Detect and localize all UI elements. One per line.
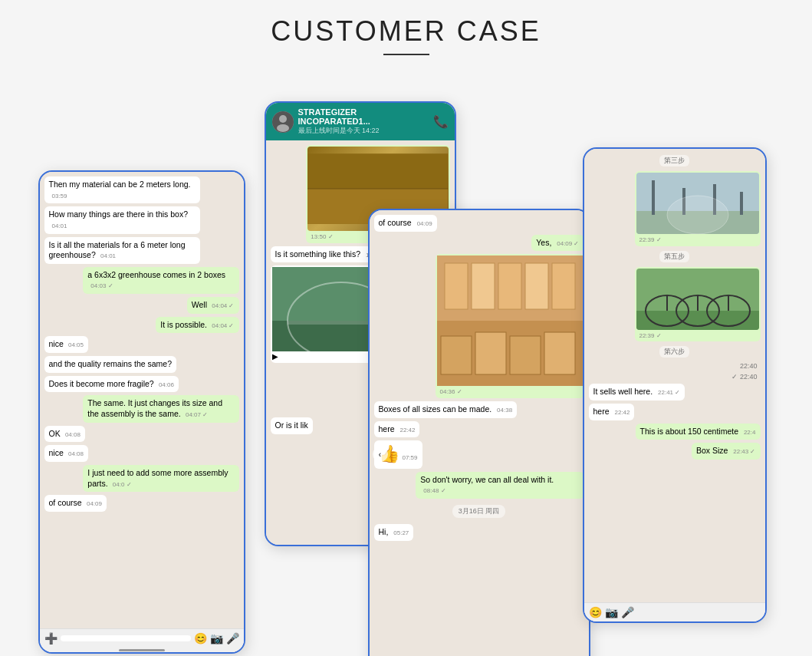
title-underline: [383, 54, 429, 55]
scroll-arrow-left[interactable]: ‹: [373, 447, 388, 462]
mic-icon[interactable]: 🎤: [226, 632, 239, 644]
cf-msg-2: Yes, 04:09 ✓: [374, 235, 584, 252]
right-img-2: 22:39 ✓: [589, 267, 761, 342]
left-msg-10: OK 04:08: [44, 426, 239, 443]
phone-right: 第三步: [583, 147, 767, 623]
svg-point-27: [667, 196, 728, 234]
right-sells-well: It sells well here. 22:41 ✓: [589, 384, 761, 401]
center-back-header: STRATEGIZER INCOPARATED1... 最后上线时间是今天 14…: [266, 103, 455, 140]
svg-rect-14: [525, 263, 548, 309]
center-back-avatar: [272, 111, 294, 133]
page-title: CUSTOMER CASE: [271, 15, 541, 48]
left-msg-7: and the quality remains the same?: [44, 356, 239, 373]
left-msg-12: I just need to add some more assembly pa…: [44, 465, 239, 492]
field-towers-image: [636, 173, 759, 234]
svg-rect-23: [652, 180, 655, 215]
phones-container: Then my material can be 2 meters long. 0…: [31, 86, 782, 638]
phone-left: Then my material can be 2 meters long. 0…: [38, 170, 245, 654]
center-front-messages: of course 04:09 Yes, 04:09 ✓: [370, 210, 589, 656]
camera-icon[interactable]: 📷: [210, 632, 223, 644]
phone-icon[interactable]: 📞: [433, 114, 449, 129]
right-img-1: 22:39 ✓: [589, 171, 761, 246]
left-msg-4: Well 04:04 ✓: [44, 297, 239, 314]
cf-msg-dont-worry: So don't worry, we can all deal with it.…: [374, 472, 584, 499]
cf-msg-1: of course 04:09: [374, 215, 584, 232]
left-msg-2: Is it all the materials for a 6 meter lo…: [44, 237, 239, 264]
left-msg-11: nice 04:08: [44, 445, 239, 462]
mic-icon-3[interactable]: 🎤: [621, 606, 634, 618]
right-chat-input-bar[interactable]: 😊 📷 🎤: [584, 602, 765, 621]
time-1350: 13:50 ✓: [311, 233, 333, 240]
left-msg-13: of course 04:09: [44, 495, 239, 512]
cf-msg-hi: Hi, 05:27: [374, 524, 584, 541]
field-arches-image: [636, 269, 759, 330]
emoji-icon-3[interactable]: 😊: [589, 606, 602, 618]
section-label-6: 第六步: [659, 346, 689, 358]
svg-rect-20: [544, 332, 575, 374]
boxes-image-bottom: [437, 321, 583, 386]
left-msg-9: The same. It just changes its size and t…: [44, 395, 239, 422]
right-150cm: This is about 150 centimete 22:4: [589, 424, 761, 440]
svg-rect-19: [510, 336, 541, 374]
left-msg-0: Then my material can be 2 meters long. 0…: [44, 176, 239, 203]
left-msg-3: a 6x3x2 greenhouse comes in 2 boxes 04:0…: [44, 267, 239, 294]
center-back-name: STRATEGIZER INCOPARATED1...: [298, 107, 429, 126]
svg-rect-26: [740, 192, 743, 215]
camera-icon-3[interactable]: 📷: [605, 606, 618, 618]
svg-rect-18: [475, 332, 506, 374]
left-msg-5: It is possible. 04:04 ✓: [44, 317, 239, 334]
cf-msg-boxes-text: Boxes of all sizes can be made. 04:38: [374, 401, 584, 418]
emoji-icon[interactable]: 😊: [194, 632, 207, 644]
right-messages: 第三步: [584, 149, 765, 602]
date-divider: 3月16日 周四: [452, 505, 506, 518]
center-back-sub: 最后上线时间是今天 14:22: [298, 126, 429, 136]
cf-msg-here: here 22:42: [374, 421, 584, 438]
svg-rect-29: [636, 311, 759, 330]
boxes-image-top: [437, 255, 583, 321]
add-icon[interactable]: ➕: [44, 632, 58, 644]
left-msg-1: How many things are there in this box? 0…: [44, 206, 239, 233]
svg-point-1: [279, 115, 287, 123]
right-here: here 22:42: [589, 404, 761, 420]
svg-rect-15: [552, 263, 575, 309]
left-chat-messages: Then my material can be 2 meters long. 0…: [40, 172, 244, 628]
time-22-40-2: ✓ 22:40: [589, 373, 761, 381]
section-label-5: 第五步: [659, 251, 689, 262]
svg-rect-12: [472, 263, 495, 309]
svg-point-2: [277, 124, 289, 132]
svg-rect-17: [441, 336, 472, 374]
cf-emoji: 👍07:59: [374, 440, 584, 469]
left-msg-8: Does it become more fragile? 04:06: [44, 376, 239, 393]
right-box-size: Box Size 22:43 ✓: [589, 443, 761, 460]
left-msg-6: nice 04:05: [44, 336, 239, 353]
svg-rect-13: [498, 263, 521, 309]
svg-rect-11: [445, 263, 468, 309]
section-label-3: 第三步: [659, 155, 689, 166]
left-chat-input-bar[interactable]: ➕ 😊 📷 🎤: [40, 628, 244, 648]
time-22-40: 22:40: [589, 362, 761, 370]
cf-boxes-img: 04:36 ✓: [374, 254, 584, 398]
phone-center-front: of course 04:09 Yes, 04:09 ✓: [368, 209, 590, 656]
left-chat-input[interactable]: [61, 635, 191, 641]
